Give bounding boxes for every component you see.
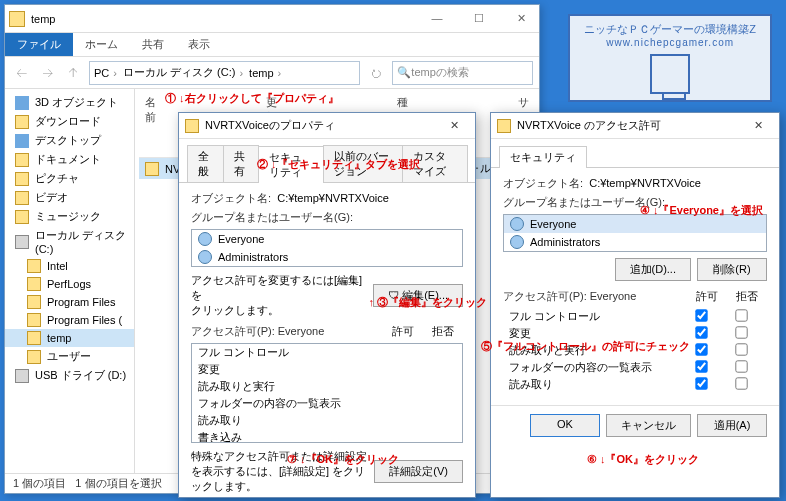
annotation-7: ⑦ ↓『OK』をクリック (287, 452, 399, 467)
folder-icon (9, 11, 25, 27)
ok-button[interactable]: OK (530, 414, 600, 437)
site-watermark: ニッチなＰＣゲーマーの環境構築Z www.nichepcgamer.com (568, 14, 772, 102)
folder-icon (27, 350, 41, 364)
group-everyone[interactable]: Everyone (192, 230, 462, 248)
titlebar[interactable]: temp ― ☐ ✕ (5, 5, 539, 33)
user-icon (198, 250, 212, 264)
remove-button[interactable]: 削除(R) (697, 258, 767, 281)
allow-checkbox[interactable] (695, 343, 707, 355)
sidebar-item[interactable]: ダウンロード (5, 112, 134, 131)
dialog-title: NVRTXVoiceのプロパティ (205, 118, 335, 133)
close-button[interactable]: ✕ (743, 119, 773, 132)
search-input[interactable]: 🔍 tempの検索 (392, 61, 533, 85)
back-button[interactable]: 🡠 (11, 63, 31, 83)
breadcrumb[interactable]: PC › ローカル ディスク (C:) › temp › (89, 61, 360, 85)
group-label: グループ名またはユーザー名(G): (191, 211, 353, 223)
deny-checkbox[interactable] (735, 309, 747, 321)
folder-icon (27, 277, 41, 291)
window-title: temp (31, 13, 55, 25)
ribbon-share[interactable]: 共有 (130, 33, 176, 56)
maximize-button[interactable]: ☐ (465, 12, 493, 25)
allow-checkbox[interactable] (695, 326, 707, 338)
forward-button[interactable]: 🡢 (37, 63, 57, 83)
folder-icon (145, 162, 159, 176)
allow-checkbox[interactable] (695, 360, 707, 372)
object-label: オブジェクト名: (191, 192, 271, 204)
edit-hint: アクセス許可を変更するには[編集]を クリックします。 (191, 273, 373, 318)
annotation-5: ⑤『フルコントロール』の許可にチェック → (481, 339, 704, 354)
up-button[interactable]: 🡡 (63, 63, 83, 83)
tab-share[interactable]: 共有 (223, 145, 260, 182)
group-administrators[interactable]: Administrators (192, 248, 462, 266)
sidebar-item[interactable]: ローカル ディスク (C:) (5, 226, 134, 257)
deny-checkbox[interactable] (735, 377, 747, 389)
sidebar-item[interactable]: ピクチャ (5, 169, 134, 188)
allow-checkbox[interactable] (695, 309, 707, 321)
group-list[interactable]: Everyone Administrators (503, 214, 767, 252)
ribbon-file[interactable]: ファイル (5, 33, 73, 56)
add-button[interactable]: 追加(D)... (615, 258, 691, 281)
breadcrumb-pc[interactable]: PC (94, 67, 109, 79)
sidebar-item[interactable]: ユーザー (5, 347, 134, 366)
ribbon-home[interactable]: ホーム (73, 33, 130, 56)
sidebar-item[interactable]: PerfLogs (5, 275, 134, 293)
ribbon: ファイル ホーム 共有 表示 (5, 33, 539, 57)
object-value: C:¥temp¥NVRTXVoice (277, 192, 389, 204)
dialog-titlebar[interactable]: NVRTXVoice のアクセス許可 ✕ (491, 113, 779, 139)
ribbon-view[interactable]: 表示 (176, 33, 222, 56)
search-placeholder: tempの検索 (411, 65, 468, 80)
sidebar-item[interactable]: ミュージック (5, 207, 134, 226)
apply-button[interactable]: 適用(A) (697, 414, 767, 437)
group-list[interactable]: Everyone Administrators (191, 229, 463, 267)
permission-list: フル コントロール変更読み取りと実行フォルダーの内容の一覧表示読み取り書き込み (191, 343, 463, 443)
search-icon: 🔍 (397, 66, 411, 79)
watermark-url: www.nichepcgamer.com (584, 37, 756, 48)
sidebar: 3D オブジェクトダウンロードデスクトップドキュメントピクチャビデオミュージック… (5, 89, 135, 473)
permission-row: 変更 (192, 361, 462, 378)
permissions-dialog: NVRTXVoice のアクセス許可 ✕ セキュリティ オブジェクト名: C:¥… (490, 112, 780, 498)
minimize-button[interactable]: ― (423, 12, 451, 25)
sidebar-item[interactable]: デスクトップ (5, 131, 134, 150)
sidebar-item[interactable]: Program Files (5, 293, 134, 311)
folder-icon (15, 191, 29, 205)
allow-checkbox[interactable] (695, 377, 707, 389)
folder-icon (15, 115, 29, 129)
deny-checkbox[interactable] (735, 343, 747, 355)
close-button[interactable]: ✕ (439, 119, 469, 132)
breadcrumb-drive[interactable]: ローカル ディスク (C:) (123, 65, 235, 80)
close-button[interactable]: ✕ (507, 12, 535, 25)
breadcrumb-folder[interactable]: temp (249, 67, 273, 79)
annotation-2: ② ↓『セキュリティ』タブを選択 (257, 157, 420, 172)
folder-icon (185, 119, 199, 133)
address-bar: 🡠 🡢 🡡 PC › ローカル ディスク (C:) › temp › ⭮ 🔍 t… (5, 57, 539, 89)
annotation-6: ⑥ ↓『OK』をクリック (587, 452, 699, 467)
blue3d-icon (15, 134, 29, 148)
tab-security[interactable]: セキュリティ (499, 146, 587, 168)
drive-icon (15, 235, 29, 249)
dialog-titlebar[interactable]: NVRTXVoiceのプロパティ ✕ (179, 113, 475, 139)
sidebar-item[interactable]: ドキュメント (5, 150, 134, 169)
sidebar-item[interactable]: Intel (5, 257, 134, 275)
sidebar-item[interactable]: ビデオ (5, 188, 134, 207)
group-administrators[interactable]: Administrators (504, 233, 766, 251)
permission-row: 読み取りと実行 (192, 378, 462, 395)
col-name[interactable]: 名前 (145, 95, 156, 155)
user-icon (510, 235, 524, 249)
refresh-button[interactable]: ⭮ (366, 63, 386, 83)
deny-checkbox[interactable] (735, 326, 747, 338)
folder-icon (27, 295, 41, 309)
folder-icon (27, 259, 41, 273)
folder-icon (497, 119, 511, 133)
sidebar-item[interactable]: 3D オブジェクト (5, 93, 134, 112)
sidebar-item[interactable]: USB ドライブ (D:) (5, 366, 134, 385)
sidebar-item[interactable]: temp (5, 329, 134, 347)
user-icon (198, 232, 212, 246)
tab-general[interactable]: 全般 (187, 145, 224, 182)
permission-row: 書き込み (192, 429, 462, 443)
deny-checkbox[interactable] (735, 360, 747, 372)
folder-icon (15, 210, 29, 224)
sidebar-item[interactable]: Program Files ( (5, 311, 134, 329)
permission-row: フル コントロール (503, 308, 767, 325)
folder-icon (27, 331, 41, 345)
cancel-button[interactable]: キャンセル (606, 414, 691, 437)
